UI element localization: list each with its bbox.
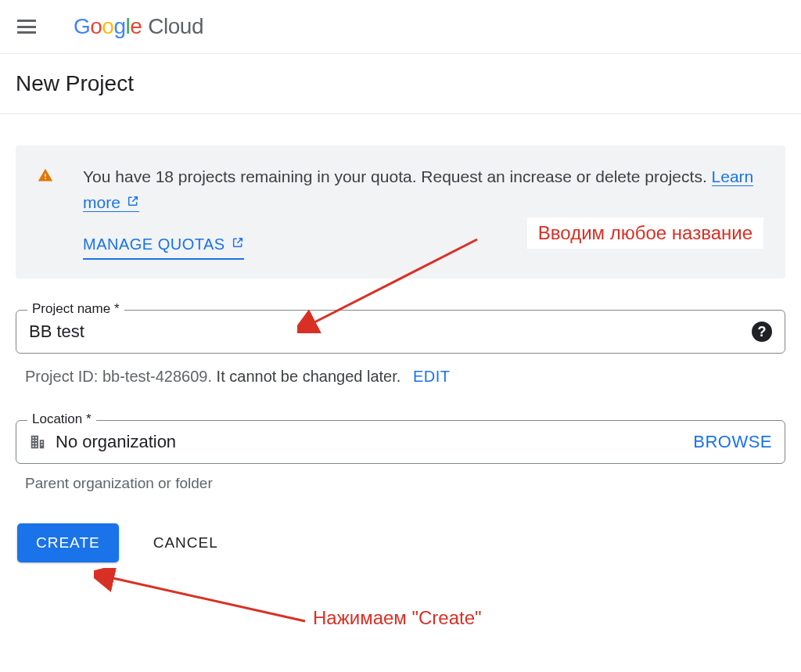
logo-cloud-text: Cloud [148, 14, 203, 39]
page-title: New Project [16, 71, 785, 96]
annotation-enter-name: Вводим любое название [527, 217, 763, 249]
top-bar: Google Cloud [0, 0, 801, 54]
help-icon[interactable]: ? [752, 322, 772, 342]
project-id-prefix: Project ID: [25, 368, 98, 385]
annotation-press-create: Нажимаем "Create" [313, 607, 482, 629]
page-title-row: New Project [0, 54, 801, 114]
project-name-label: Project name * [27, 301, 124, 317]
project-name-input[interactable] [29, 322, 752, 342]
cancel-button[interactable]: CANCEL [153, 534, 218, 552]
warning-icon [38, 167, 53, 187]
external-link-icon [228, 237, 244, 252]
button-row: CREATE CANCEL [16, 523, 785, 562]
organization-icon [29, 433, 46, 451]
google-cloud-logo: Google Cloud [74, 14, 203, 39]
manage-quotas-link[interactable]: MANAGE QUOTAS [83, 232, 244, 260]
location-value: No organization [56, 432, 693, 452]
location-helper-text: Parent organization or folder [16, 475, 785, 492]
project-id-row: Project ID: bb-test-428609. It cannot be… [16, 368, 785, 386]
svg-line-1 [110, 577, 305, 621]
hamburger-menu-icon[interactable] [17, 20, 36, 34]
project-id-value: bb-test-428609. [102, 368, 212, 385]
location-field[interactable]: Location * No organization BROWSE [16, 420, 785, 464]
edit-project-id-button[interactable]: EDIT [413, 368, 451, 385]
annotation-arrow-2 [94, 568, 313, 631]
external-link-icon [123, 196, 139, 210]
location-label: Location * [27, 411, 96, 427]
create-button[interactable]: CREATE [17, 523, 119, 562]
quota-warning-box: You have 18 projects remaining in your q… [16, 146, 785, 279]
quota-message: You have 18 projects remaining in your q… [83, 167, 707, 185]
project-id-note: cannot be changed later. [229, 368, 400, 385]
browse-button[interactable]: BROWSE [693, 432, 772, 452]
project-name-field[interactable]: Project name * ? [16, 310, 785, 354]
content-area: You have 18 projects remaining in your q… [0, 114, 801, 562]
